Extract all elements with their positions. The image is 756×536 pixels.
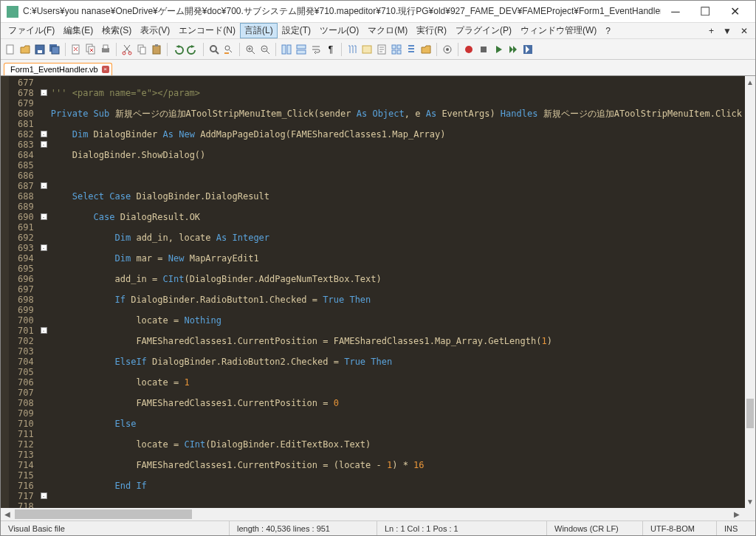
close-button[interactable]: ✕ (720, 1, 749, 22)
separator (275, 43, 276, 56)
svg-rect-27 (397, 45, 401, 49)
menu-help[interactable]: ? (601, 24, 615, 38)
scroll-thumb-v[interactable] (746, 399, 754, 428)
menu-plugin[interactable]: プラグイン(P) (451, 23, 516, 38)
file-tab[interactable]: Form1_EventHandler.vb × (4, 63, 112, 75)
svg-rect-0 (7, 45, 13, 54)
status-eol: Windows (CR LF) (547, 521, 643, 535)
separator (239, 43, 240, 56)
code-content[interactable]: ''' <param name="e"></param> Private Sub… (48, 76, 745, 508)
sync-h-icon[interactable] (295, 43, 308, 56)
new-icon[interactable] (4, 43, 17, 56)
separator (458, 43, 458, 56)
separator (436, 43, 437, 56)
tab-bar: Form1_EventHandler.vb × (1, 60, 755, 76)
svg-point-16 (210, 46, 216, 52)
line-number-gutter[interactable]: 6776786796806816826836846856866876886896… (9, 76, 38, 508)
status-length: length : 40,536 lines : 951 (230, 521, 377, 535)
svg-rect-20 (282, 45, 286, 54)
doc-map-icon[interactable] (375, 43, 388, 56)
sync-v-icon[interactable] (280, 43, 293, 56)
find-icon[interactable] (207, 43, 221, 56)
save-icon[interactable] (33, 43, 47, 56)
menu-settings[interactable]: 設定(T) (278, 23, 315, 38)
svg-rect-24 (362, 46, 371, 53)
menu-encoding[interactable]: エンコード(N) (174, 23, 240, 38)
menu-down[interactable]: ▼ (718, 24, 736, 38)
menu-language[interactable]: 言語(L) (240, 23, 278, 38)
svg-rect-22 (297, 45, 306, 49)
tab-close-icon[interactable]: × (102, 66, 109, 73)
func-list-icon[interactable] (405, 43, 418, 56)
doc-list-icon[interactable] (390, 43, 403, 56)
replace-icon[interactable] (222, 43, 236, 56)
svg-rect-23 (297, 50, 306, 54)
scroll-down-arrow[interactable]: ▼ (745, 495, 755, 508)
print-icon[interactable] (99, 43, 112, 56)
close-file-icon[interactable] (69, 43, 83, 56)
menu-window[interactable]: ウィンドウ管理(W) (516, 23, 601, 38)
scroll-thumb-h[interactable] (15, 509, 192, 519)
title-bar: C:¥Users¥you nanase¥OneDrive¥ゲーム開発¥doc¥7… (1, 1, 755, 23)
toolbar: ¶ (1, 39, 755, 60)
status-position: Ln : 1 Col : 1 Pos : 1 (377, 521, 547, 535)
status-bar: Visual Basic file length : 40,536 lines … (1, 520, 755, 535)
user-lang-icon[interactable] (360, 43, 374, 56)
status-language: Visual Basic file (1, 521, 230, 535)
cut-icon[interactable] (120, 43, 134, 56)
copy-icon[interactable] (135, 43, 148, 56)
minimize-button[interactable]: ─ (661, 1, 690, 22)
status-encoding: UTF-8-BOM (643, 521, 717, 535)
svg-rect-4 (52, 47, 59, 54)
show-all-icon[interactable]: ¶ (324, 43, 337, 56)
svg-rect-28 (392, 50, 396, 54)
svg-rect-29 (397, 50, 401, 54)
menu-run[interactable]: 実行(R) (412, 23, 451, 38)
editor-area: 6776786796806816826836846856866876886896… (1, 76, 755, 508)
record-icon[interactable] (462, 43, 475, 56)
play-multi-icon[interactable] (506, 43, 520, 56)
stop-icon[interactable] (477, 43, 490, 56)
menu-plus[interactable]: + (704, 24, 718, 38)
save-all-icon[interactable] (48, 43, 61, 56)
close-all-icon[interactable] (84, 43, 97, 56)
scroll-right-arrow[interactable]: ▶ (730, 508, 743, 520)
separator (116, 43, 117, 56)
svg-rect-26 (392, 45, 396, 49)
redo-icon[interactable] (186, 43, 199, 56)
menu-view[interactable]: 表示(V) (136, 23, 174, 38)
menu-macro[interactable]: マクロ(M) (363, 23, 412, 38)
folder-icon[interactable] (419, 43, 433, 56)
menu-search[interactable]: 検索(S) (97, 23, 136, 38)
scroll-up-arrow[interactable]: ▲ (745, 76, 755, 89)
open-icon[interactable] (18, 43, 32, 56)
menu-x[interactable]: ✕ (736, 24, 752, 38)
svg-rect-13 (140, 47, 145, 54)
menu-edit[interactable]: 編集(E) (59, 23, 97, 38)
horizontal-scrollbar[interactable]: ◀ ▶ (1, 508, 755, 520)
svg-rect-2 (38, 50, 42, 53)
svg-point-31 (446, 48, 449, 51)
wrap-icon[interactable] (309, 43, 323, 56)
play-icon[interactable] (492, 43, 505, 56)
save-macro-icon[interactable] (521, 43, 535, 56)
tab-label: Form1_EventHandler.vb (10, 65, 98, 74)
vertical-scrollbar[interactable]: ▲ ▼ (745, 76, 755, 508)
scroll-left-arrow[interactable]: ◀ (1, 508, 13, 520)
indent-guide-icon[interactable] (346, 43, 359, 56)
maximize-button[interactable]: ☐ (690, 1, 720, 22)
zoom-in-icon[interactable] (244, 43, 257, 56)
separator (65, 43, 66, 56)
svg-rect-33 (481, 47, 487, 52)
zoom-out-icon[interactable] (258, 43, 272, 56)
menu-tools[interactable]: ツール(O) (315, 23, 363, 38)
scroll-corner (743, 508, 755, 520)
fold-margin[interactable]: -------- (38, 76, 48, 508)
status-insert-mode: INS (717, 521, 755, 535)
paste-icon[interactable] (150, 43, 163, 56)
monitor-icon[interactable] (441, 43, 454, 56)
undo-icon[interactable] (171, 43, 185, 56)
menu-file[interactable]: ファイル(F) (4, 23, 59, 38)
marker-margin[interactable] (1, 76, 9, 508)
separator (341, 43, 342, 56)
